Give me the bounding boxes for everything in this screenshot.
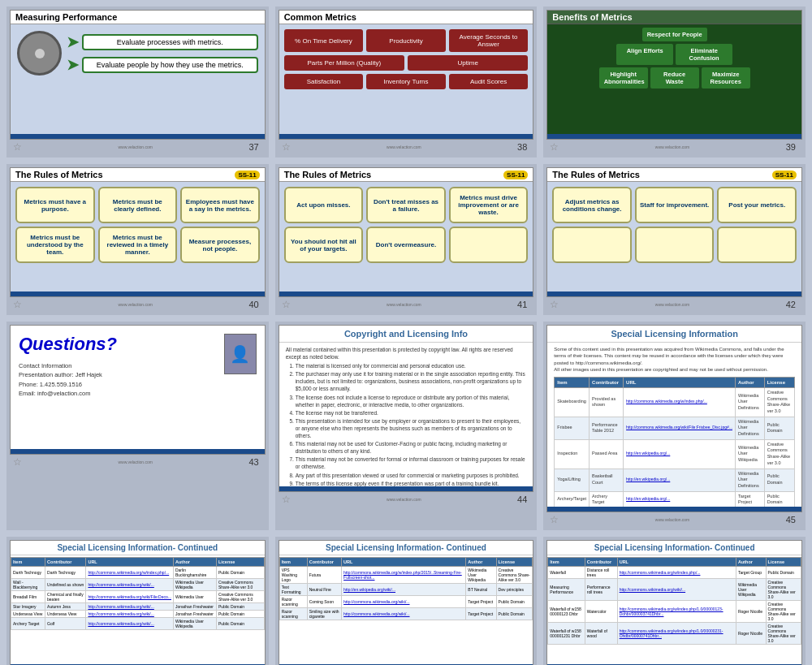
rule-card-41-2: Metrics must drive improvement or are wa… [449, 187, 529, 223]
copyright-item-5: This material may not be used for Custom… [296, 440, 527, 455]
slide-39: Benefits of Metrics Respect for People A… [546, 10, 802, 140]
star-42[interactable]: ☆ [550, 299, 559, 310]
slide-48-title: Special Licensing Information- Continued [547, 541, 801, 555]
link[interactable]: http://en.wikipedia.org/... [626, 451, 670, 456]
person-photo: 👤 [224, 334, 257, 374]
slide-number-37: 37 [248, 142, 261, 152]
slide-38: Common Metrics % On Time Delivery Produc… [279, 10, 534, 140]
rule-card-42-4 [635, 227, 715, 263]
pyramid-reduce: Reduce Waste [650, 67, 699, 89]
arrow-right-icon-2: ➤ [67, 56, 79, 74]
table-row: Underseas ViewUnderseas Viewhttp://commo… [11, 610, 265, 617]
cont-table-48: Item Contributor URL Author License Wate… [547, 557, 801, 645]
rule-card-40-0: Metrics must have a purpose. [15, 187, 95, 223]
metric-on-time: % On Time Delivery [284, 29, 364, 52]
cell: http://commons.wikimedia.org/wiki/File:F… [624, 417, 736, 439]
slide-number-39: 39 [786, 142, 799, 152]
phone-info: Phone: 1.425.559.1516 [19, 380, 218, 389]
slide-footer-43: ☆ www.velaction.com 43 [10, 455, 266, 469]
slide-footer-37: ☆ www.velaction.com 37 [10, 140, 266, 154]
pyramid-align: Align Efforts [616, 44, 673, 65]
link[interactable]: http://commons.wikimedia.org/wiki/File:F… [626, 425, 732, 430]
link[interactable]: http://commons.wikimedia.org/w/index.php… [626, 399, 707, 404]
licensing-body-45: Some of this content used in this presen… [547, 343, 801, 512]
cell: Wikimedia User Definitions [735, 387, 764, 417]
table-header-45: Item Contributor URL Author License [555, 377, 795, 387]
star-45[interactable]: ☆ [550, 514, 559, 525]
star-40[interactable]: ☆ [13, 299, 22, 310]
slide-40: The Rules of Metrics SS-11 Metrics must … [10, 167, 266, 297]
rule-card-42-2: Post your metrics. [717, 187, 797, 223]
pyramid-maximize: Maximize Resources [702, 67, 750, 89]
table-header-48: Item Contributor URL Author License [548, 557, 801, 566]
copyright-item-0: The material is licensed only for commer… [296, 362, 527, 369]
table-row: Text FormattingNeutral Finehttp://en.wik… [279, 583, 533, 595]
cell: Provided as shown [590, 387, 624, 417]
rule-card-40-1: Metrics must be clearly defined. [98, 187, 178, 223]
licensing-tbody-45: Skateboarding Provided as shown http://c… [555, 387, 795, 507]
slide-footer-45: ☆ www.velaction.com 45 [546, 512, 802, 527]
link[interactable]: http://en.wikipedia.org/... [626, 496, 670, 501]
link[interactable]: http://en.wikipedia.org/... [626, 477, 670, 481]
table-row: Yoga/Lifting Basketball Court http://en.… [555, 469, 795, 491]
logo-37: www.velaction.com [118, 145, 153, 149]
cont-tbody-47: VPS Washing LogoFuturahttp://commons.wik… [279, 566, 533, 620]
slide-42: The Rules of Metrics SS-11 Adjust metric… [546, 167, 802, 297]
star-37[interactable]: ☆ [13, 141, 22, 153]
slide-47-title: Special Licensing Information- Continued [279, 541, 533, 555]
rule-card-40-4: Metrics must be reviewed in a timely man… [98, 227, 178, 263]
table-row: VPS Washing LogoFuturahttp://commons.wik… [279, 566, 533, 583]
slide-47: Special Licensing Information- Continued… [279, 540, 534, 665]
col-item: Item [555, 377, 590, 387]
slide-40-title: The Rules of Metrics [15, 170, 103, 179]
cell: Wikimedia User Definitions [735, 417, 764, 439]
star-41[interactable]: ☆ [282, 299, 291, 310]
col-url: URL [342, 557, 466, 566]
metric-productivity: Productivity [366, 29, 446, 52]
cell: Archery/Target [555, 491, 590, 507]
slide-wrapper-44: Copyright and Licensing Info All materia… [275, 322, 538, 530]
star-44[interactable]: ☆ [282, 494, 291, 505]
star-39[interactable]: ☆ [550, 141, 559, 153]
table-row: Archery/Target Archery Target http://en.… [555, 491, 795, 507]
copyright-item-3: The license may not be transferred. [296, 409, 527, 417]
metric-satisfaction: Satisfaction [284, 74, 364, 89]
star-43[interactable]: ☆ [13, 456, 22, 468]
table-row: Breadall FilmChemical and finally beaten… [11, 590, 265, 602]
footer-bar-45 [547, 507, 801, 512]
star-38[interactable]: ☆ [282, 141, 291, 153]
table-header-47: Item Contributor URL Author License [279, 557, 533, 566]
slide-48: Special Licensing Information- Continued… [546, 540, 802, 665]
rule-card-42-0: Adjust metrics as conditions change. [552, 187, 632, 223]
cell: Wikimedia User Definitions [735, 469, 764, 491]
logo-45: www.velaction.com [655, 517, 690, 522]
questions-content: Questions? Contact Information Presentat… [11, 326, 265, 406]
footer-bar-37 [11, 134, 265, 139]
rule-card-40-2: Employees must have a say in the metrics… [180, 187, 260, 223]
logo-41: www.velaction.com [387, 302, 421, 307]
slide-45: Special Licensing Information Some of th… [546, 325, 802, 512]
table-row: Waterfall of w158 000001231 DhbrWaterfal… [548, 622, 801, 644]
table-row: Star ImageryAutumn Jesshttp://commons.wi… [11, 602, 265, 610]
footer-bar-41 [279, 291, 533, 296]
footer-bar-38 [279, 134, 533, 139]
rules-grid-42: Adjust metrics as conditions change. Sta… [547, 182, 801, 268]
table-row: Frisbee Performance Table 2012 http://co… [555, 417, 795, 439]
arrow-right-icon-1: ➤ [67, 33, 79, 51]
table-row: Inspection Passed Area http://en.wikiped… [555, 439, 795, 469]
slide-wrapper-48: Special Licensing Information- Continued… [543, 537, 806, 665]
slide-44: Copyright and Licensing Info All materia… [279, 325, 534, 492]
slide-footer-41: ☆ www.velaction.com 41 [279, 297, 534, 312]
col-author: Author [735, 377, 764, 387]
slide-number-44: 44 [517, 494, 530, 504]
rule-card-41-4: Don't overmeasure. [366, 227, 446, 263]
slide-45-title: Special Licensing Information [547, 326, 801, 343]
cont-tbody-46: Darth TechnogyDarth Technogyhttp://commo… [11, 566, 265, 629]
rule-card-42-5 [717, 227, 797, 263]
rules-grid-41: Act upon misses. Don't treat misses as a… [279, 182, 533, 268]
licensing-subtitle: Some of this content used in this presen… [554, 346, 795, 366]
questions-text-area: Questions? Contact Information Presentat… [19, 334, 218, 398]
metrics-grid-38: % On Time Delivery Productivity Average … [279, 24, 533, 94]
col-url: URL [617, 557, 736, 566]
metric-avg-seconds: Average Seconds to Answer [449, 29, 529, 52]
